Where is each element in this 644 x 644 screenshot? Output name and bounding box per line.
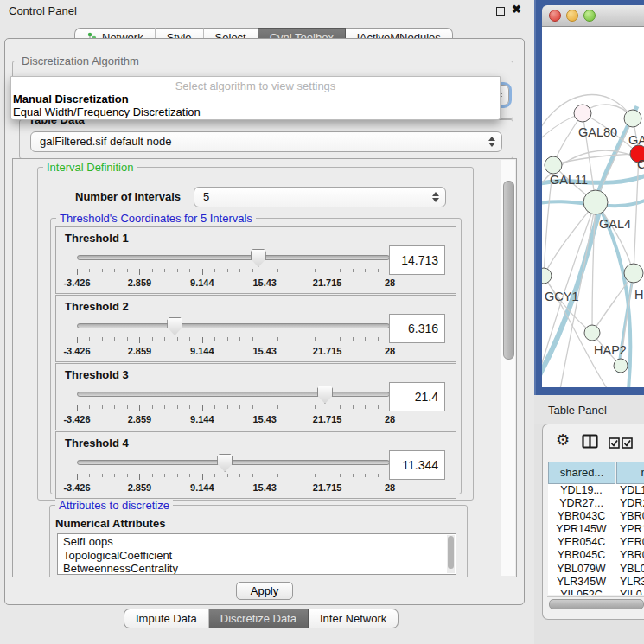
screenshot-root: Control Panel ✖ NetworkStyleSelectCyni T…: [0, 0, 644, 644]
dropdown-option-equal-width-frequency[interactable]: Equal Width/Frequency Discretization: [11, 105, 500, 118]
list-item[interactable]: BetweennessCentrality: [58, 562, 445, 575]
numerical-attributes-list[interactable]: SelfLoopsTopologicalCoefficientBetweenne…: [57, 533, 456, 575]
checkbox-icon[interactable]: [609, 437, 620, 452]
slider-thumb[interactable]: [167, 317, 182, 335]
network-window-titlebar[interactable]: [542, 5, 644, 27]
threshold-panel: Threshold 2 -3.4262.8599.14415.4321.7152…: [55, 295, 456, 362]
tab-label: Discretize Data: [220, 612, 296, 625]
scrollbar-thumb[interactable]: [549, 599, 644, 609]
slider-ticks: [77, 405, 390, 412]
threshold-label: Threshold 1: [65, 232, 129, 245]
dropdown-option-manual-discretization[interactable]: Manual Discretization: [11, 92, 500, 105]
cell-shared-name[interactable]: YPR145W: [548, 523, 615, 536]
threshold-panel: Threshold 3 -3.4262.8599.14415.4321.7152…: [55, 363, 456, 430]
table-row[interactable]: YBR045CYBR0: [548, 549, 644, 562]
settings-vertical-scrollbar[interactable]: [501, 160, 515, 576]
network-node[interactable]: [574, 105, 591, 122]
cell-name[interactable]: YBR0: [615, 549, 644, 562]
tab-label: Infer Network: [320, 612, 386, 625]
slider-scale-labels: -3.4262.8599.14415.4321.71528: [77, 482, 390, 493]
minimize-traffic-light-icon[interactable]: [566, 10, 578, 22]
cell-shared-name[interactable]: YDL19...: [548, 484, 615, 497]
list-item[interactable]: TopologicalCoefficient: [58, 549, 445, 563]
threshold-slider[interactable]: -3.4262.8599.14415.4321.71528: [77, 453, 390, 494]
combo-spinner-icon: [432, 192, 439, 202]
table-row[interactable]: YDL19...YDL1: [548, 484, 644, 497]
cell-shared-name[interactable]: YBR043C: [548, 510, 615, 523]
cell-name[interactable]: YER0: [615, 536, 644, 549]
tab-discretize-data[interactable]: Discretize Data: [209, 609, 309, 628]
table-body[interactable]: YDL19...YDL1YDR27...YDR2YBR043CYBR0YPR14…: [548, 484, 644, 595]
slider-track[interactable]: [77, 460, 390, 465]
slider-ticks: [77, 337, 390, 344]
network-canvas[interactable]: GAL80GACGAL11GAL4GCY1HHAP2: [542, 27, 644, 387]
network-node[interactable]: [614, 359, 628, 373]
network-node[interactable]: [545, 156, 562, 174]
float-window-icon[interactable]: [496, 7, 505, 16]
table-row[interactable]: YLR345WYLR3: [548, 576, 644, 589]
threshold-slider[interactable]: -3.4262.8599.14415.4321.71528: [77, 248, 390, 290]
table-row[interactable]: YPR145WYPR1: [548, 523, 644, 536]
gear-icon[interactable]: ⚙: [556, 432, 570, 448]
list-item[interactable]: SelfLoops: [58, 535, 445, 549]
cell-shared-name[interactable]: YBL079W: [548, 563, 615, 576]
close-traffic-light-icon[interactable]: [549, 10, 561, 22]
column-header-name[interactable]: n: [616, 462, 644, 484]
tab-impute-data[interactable]: Impute Data: [124, 609, 209, 628]
table-horizontal-scrollbar[interactable]: [547, 596, 644, 609]
threshold-slider[interactable]: -3.4262.8599.14415.4321.71528: [77, 385, 390, 426]
cell-name[interactable]: YBL0: [615, 563, 644, 576]
table-row[interactable]: YER054CYER0: [548, 536, 644, 549]
table-data-combo[interactable]: galFiltered.sif default node: [30, 131, 502, 152]
checkbox-icon[interactable]: [622, 437, 633, 452]
close-icon[interactable]: ✖: [512, 3, 521, 16]
cell-shared-name[interactable]: YBR045C: [548, 549, 615, 562]
slider-track[interactable]: [77, 392, 390, 397]
apply-button[interactable]: Apply: [236, 582, 293, 600]
slider-track[interactable]: [77, 255, 390, 260]
threshold-value-field[interactable]: 6.316: [389, 314, 445, 343]
interval-definition-group-title: Interval Definition: [43, 161, 137, 174]
threshold-value-field[interactable]: 11.344: [389, 450, 445, 480]
network-node[interactable]: [583, 190, 608, 214]
network-node[interactable]: [584, 325, 600, 341]
network-node[interactable]: [624, 110, 641, 127]
table-row[interactable]: YDR27...YDR2: [548, 497, 644, 510]
tab-infer-network[interactable]: Infer Network: [309, 609, 399, 628]
slider-track[interactable]: [77, 323, 390, 328]
number-of-intervals-combo[interactable]: 5: [194, 187, 446, 207]
threshold-value-field[interactable]: 14.713: [389, 245, 445, 275]
threshold-label: Threshold 3: [65, 368, 129, 381]
scrollbar-thumb[interactable]: [503, 181, 514, 360]
cell-name[interactable]: YBR0: [615, 510, 644, 523]
cell-shared-name[interactable]: YDR27...: [548, 497, 615, 510]
slider-ticks: [77, 269, 390, 276]
network-node[interactable]: [542, 268, 552, 284]
cell-name[interactable]: YDL1: [615, 484, 644, 497]
number-of-intervals-label: Number of Intervals: [75, 190, 181, 203]
cell-name[interactable]: YDR2: [615, 497, 644, 510]
split-view-icon[interactable]: [582, 434, 598, 452]
table-row[interactable]: YIL052CYIL0: [548, 589, 644, 595]
column-header-shared-name[interactable]: shared...: [548, 462, 615, 484]
threshold-slider[interactable]: -3.4262.8599.14415.4321.71528: [77, 316, 390, 358]
list-scrollbar[interactable]: [447, 535, 455, 573]
cell-name[interactable]: YLR3: [615, 576, 644, 589]
slider-thumb[interactable]: [317, 386, 333, 404]
slider-scale-labels: -3.4262.8599.14415.4321.71528: [77, 346, 390, 356]
cell-shared-name[interactable]: YLR345W: [548, 576, 615, 589]
threshold-value-field[interactable]: 21.4: [389, 382, 445, 411]
cell-shared-name[interactable]: YER054C: [548, 536, 615, 549]
network-graph: GAL80GACGAL11GAL4GCY1HHAP2: [542, 27, 644, 387]
combo-spinner-icon: [488, 137, 495, 147]
cell-name[interactable]: YPR1: [615, 523, 644, 536]
network-node[interactable]: [624, 264, 643, 283]
cell-name[interactable]: YIL0: [615, 589, 642, 595]
zoom-traffic-light-icon[interactable]: [583, 10, 596, 22]
table-row[interactable]: YBL079WYBL0: [548, 563, 644, 576]
slider-thumb[interactable]: [251, 249, 266, 267]
table-row[interactable]: YBR043CYBR0: [548, 510, 644, 523]
slider-thumb[interactable]: [217, 454, 233, 472]
algorithm-dropdown-popup: Select algorithm to view settings Manual…: [10, 76, 501, 120]
cell-shared-name[interactable]: YIL052C: [548, 589, 615, 595]
